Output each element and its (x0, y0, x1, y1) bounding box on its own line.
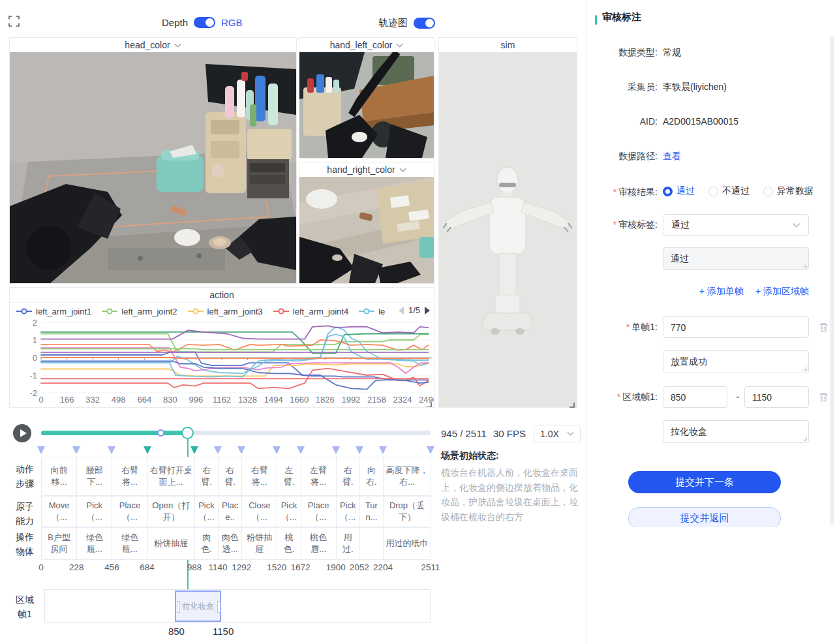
field-label: AID: (590, 116, 658, 127)
single-frame-dot-marker[interactable] (157, 429, 164, 437)
step-cell: 右臂. (336, 457, 360, 496)
review-tag-value: 通过 (671, 219, 690, 231)
trajectory-switch[interactable] (414, 18, 435, 29)
resize-handle-icon[interactable] (425, 399, 432, 405)
scrollbar-thumb[interactable] (830, 36, 834, 525)
legend-label: left_arm_joint1 (36, 307, 91, 316)
timeline-slider-fill (41, 431, 188, 435)
legend-item[interactable]: left_arm_joint4 (273, 307, 348, 316)
chevron-down-icon (174, 43, 181, 48)
step-boundary-marker[interactable] (378, 446, 388, 455)
step-boundary-marker[interactable] (425, 446, 436, 455)
step-cell: 右臂. (194, 457, 219, 496)
playback-speed-select[interactable]: 1.0X (534, 425, 581, 442)
sim-image (439, 52, 577, 407)
svg-text:2324: 2324 (393, 395, 412, 405)
radio-option[interactable]: 不通过 (708, 185, 750, 197)
step-cell: 桃色唇... (301, 527, 337, 560)
radio-icon[interactable] (663, 187, 673, 196)
head-color-title[interactable]: head_color (10, 38, 296, 53)
submit-next-button[interactable]: 提交并下一条 (628, 471, 781, 493)
legend-next-icon[interactable] (425, 307, 430, 314)
frame-axis-label: 228 (61, 562, 91, 572)
svg-text:332: 332 (85, 395, 100, 405)
depth-rgb-switch[interactable] (194, 17, 215, 28)
hand-right-color-title[interactable]: hand_right_color (299, 162, 434, 177)
add-region-frame-link[interactable]: + 添加区域帧 (755, 286, 809, 298)
region-note-textarea[interactable]: 拉化妆盒 (663, 420, 809, 443)
region-right-handle[interactable] (217, 601, 220, 613)
region-frame-block[interactable]: 拉化妆盒 (175, 590, 221, 622)
timeline-slider-handle[interactable] (181, 427, 194, 439)
required-mark: * (613, 219, 616, 230)
step-cell: 绿色瓶... (112, 527, 147, 560)
step-boundary-marker[interactable] (354, 446, 365, 455)
tag-note-textarea[interactable]: 通过 (663, 247, 809, 270)
trash-icon[interactable] (818, 391, 829, 403)
step-boundary-marker[interactable] (71, 446, 82, 455)
add-single-frame-link[interactable]: + 添加单帧 (699, 286, 744, 298)
step-boundary-marker[interactable] (189, 446, 200, 455)
chart-legend: left_arm_joint1left_arm_joint2left_arm_j… (16, 304, 395, 318)
legend-label: left_arm_joint3 (207, 307, 263, 316)
field-value: 常规 (663, 47, 681, 59)
svg-text:1992: 1992 (341, 395, 360, 405)
step-cell: Pick（... (76, 496, 112, 527)
hand-left-color-title[interactable]: hand_left_color (299, 38, 434, 53)
step-boundary-marker[interactable] (296, 446, 306, 455)
region-start-label: 850 (163, 626, 189, 637)
region-frame-track[interactable] (44, 589, 431, 623)
legend-marker-icon (359, 308, 374, 314)
trajectory-label: 轨迹图 (378, 17, 408, 29)
single-frame-note-textarea[interactable]: 放置成功 (663, 350, 809, 373)
review-tag-select[interactable]: 通过 (663, 214, 809, 236)
legend-item[interactable]: left_arm_joint3 (188, 307, 263, 316)
step-cell: Pick（... (194, 496, 219, 527)
depth-rgb-toggle-group: Depth RGB (162, 17, 243, 28)
scene-text: 梳妆台在机器人前，化妆盒在桌面上，化妆盒的侧边摆放着物品，化妆品，护肤品盒垃圾在… (441, 465, 583, 525)
trash-icon[interactable] (818, 322, 829, 333)
step-cell: Close（... (241, 496, 277, 527)
svg-text:830: 830 (163, 395, 177, 405)
legend-prev-icon[interactable] (399, 307, 404, 314)
step-boundary-marker[interactable] (36, 446, 46, 455)
fullscreen-icon[interactable] (8, 16, 20, 27)
region-left-handle[interactable] (177, 601, 180, 613)
step-cell: Move（... (41, 496, 77, 527)
svg-text:1660: 1660 (290, 395, 309, 405)
chevron-down-icon (396, 43, 403, 48)
radio-icon[interactable] (763, 187, 773, 196)
fps-label: 30 FPS (493, 428, 526, 439)
single-frame-input[interactable] (663, 316, 809, 338)
radio-icon[interactable] (708, 187, 718, 196)
hand-right-color-image (299, 177, 434, 283)
step-boundary-marker[interactable] (236, 446, 247, 455)
submit-return-button[interactable]: 提交并返回 (628, 507, 781, 527)
legend-item[interactable]: le (359, 307, 385, 316)
step-cell: 向前移... (41, 457, 77, 496)
step-cell: Place.. (218, 496, 242, 527)
step-boundary-marker[interactable] (213, 446, 223, 455)
head-color-image (10, 52, 296, 283)
legend-marker-icon (102, 308, 117, 314)
step-boundary-marker[interactable] (106, 446, 117, 455)
resize-handle-icon[interactable] (568, 399, 575, 405)
region-start-input[interactable] (663, 386, 727, 408)
hand-right-color-panel: hand_right_color (299, 162, 434, 284)
legend-item[interactable]: left_arm_joint2 (102, 307, 177, 316)
play-button[interactable] (13, 424, 31, 442)
step-cell: 腰部下... (76, 457, 112, 496)
step-boundary-marker[interactable] (142, 446, 153, 455)
radio-option[interactable]: 通过 (663, 185, 695, 197)
radio-option[interactable]: 异常数据 (763, 185, 813, 197)
legend-item[interactable]: left_arm_joint1 (16, 307, 91, 316)
legend-marker-icon (188, 308, 204, 314)
joint-lines-chart: 210-1-2016633249866483099611621328149416… (10, 317, 434, 408)
depth-label: Depth (162, 17, 188, 28)
step-boundary-marker[interactable] (271, 446, 282, 455)
step-cell: B户型房间 (41, 527, 77, 560)
field-value-link[interactable]: 查看 (663, 151, 681, 162)
legend-marker-icon (16, 308, 32, 314)
step-boundary-marker[interactable] (331, 446, 341, 455)
region-end-input[interactable] (744, 386, 809, 408)
